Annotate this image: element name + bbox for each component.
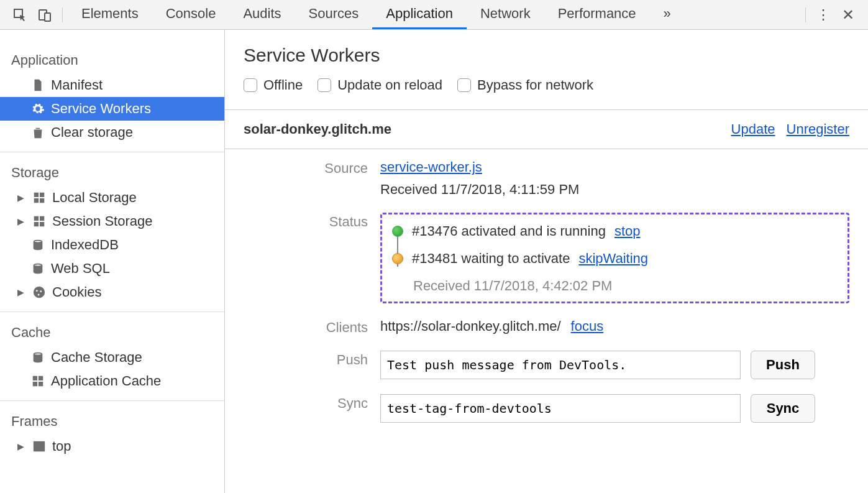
- unregister-link[interactable]: Unregister: [787, 121, 849, 137]
- checkbox-update-on-reload[interactable]: Update on reload: [318, 77, 442, 93]
- sidebar-item-label: Session Storage: [52, 213, 152, 229]
- caret-icon: ▶: [17, 193, 26, 203]
- label-clients: Clients: [244, 318, 368, 336]
- sidebar-item-manifest[interactable]: Manifest: [0, 73, 224, 97]
- sidebar-item-label: Service Workers: [51, 101, 151, 117]
- sidebar-item-local-storage[interactable]: ▶ Local Storage: [0, 186, 224, 210]
- sidebar-section-frames: Frames: [0, 408, 224, 435]
- sidebar-item-session-storage[interactable]: ▶ Session Storage: [0, 210, 224, 233]
- database-icon: [31, 351, 45, 364]
- inspect-icon[interactable]: [7, 0, 32, 30]
- tab-network[interactable]: Network: [467, 0, 544, 29]
- main-panel: Service Workers Offline Update on reload…: [225, 30, 868, 493]
- label-source: Source: [244, 159, 368, 177]
- skipwaiting-link[interactable]: skipWaiting: [578, 251, 648, 267]
- status-waiting-received: Received 11/7/2018, 4:42:02 PM: [392, 278, 838, 294]
- file-icon: [31, 78, 45, 92]
- status-waiting-text: #13481 waiting to activate: [412, 251, 570, 267]
- push-button[interactable]: Push: [751, 351, 815, 379]
- label-status: Status: [244, 213, 368, 230]
- checkbox-bypass-for-network[interactable]: Bypass for network: [457, 77, 593, 93]
- close-icon[interactable]: ✕: [836, 0, 861, 30]
- source-link[interactable]: service-worker.js: [380, 159, 849, 175]
- grid-icon: [32, 191, 46, 205]
- cookie-icon: [32, 285, 46, 299]
- checkbox-label: Offline: [263, 77, 303, 93]
- checkbox-icon: [244, 78, 257, 92]
- grid-icon: [32, 214, 46, 228]
- caret-icon: ▶: [17, 216, 26, 226]
- svg-rect-1: [45, 13, 50, 21]
- gear-icon: [31, 102, 45, 116]
- sidebar-item-cookies[interactable]: ▶ Cookies: [0, 280, 224, 304]
- status-dot-waiting-icon: [392, 253, 403, 264]
- received-time: Received 11/7/2018, 4:11:59 PM: [380, 182, 849, 198]
- checkbox-offline[interactable]: Offline: [244, 77, 303, 93]
- tab-elements[interactable]: Elements: [68, 0, 152, 29]
- status-dot-active-icon: [392, 226, 403, 237]
- sidebar-item-top-frame[interactable]: ▶ top: [0, 435, 224, 458]
- checkbox-icon: [318, 78, 331, 92]
- push-input[interactable]: [380, 351, 741, 379]
- database-icon: [31, 238, 45, 252]
- checkbox-icon: [457, 78, 471, 92]
- sidebar-item-cache-storage[interactable]: Cache Storage: [0, 346, 224, 369]
- sidebar-item-label: Cookies: [52, 284, 101, 300]
- sidebar-item-indexeddb[interactable]: IndexedDB: [0, 233, 224, 257]
- sidebar-item-service-workers[interactable]: Service Workers: [0, 97, 224, 121]
- origin-name: solar-donkey.glitch.me: [244, 121, 391, 137]
- sidebar-item-websql[interactable]: Web SQL: [0, 257, 224, 280]
- tabs-overflow[interactable]: »: [650, 0, 685, 29]
- database-icon: [31, 262, 45, 275]
- tab-sources[interactable]: Sources: [295, 0, 373, 29]
- sidebar-item-application-cache[interactable]: Application Cache: [0, 369, 224, 393]
- tab-console[interactable]: Console: [152, 0, 230, 29]
- tab-application[interactable]: Application: [372, 0, 467, 29]
- tab-audits[interactable]: Audits: [229, 0, 295, 29]
- caret-icon: ▶: [17, 441, 26, 451]
- page-title: Service Workers: [244, 45, 849, 66]
- sidebar-section-application: Application: [0, 47, 224, 73]
- checkbox-label: Bypass for network: [477, 77, 593, 93]
- status-active-text: #13476 activated and is running: [412, 223, 606, 239]
- sidebar-item-label: Clear storage: [51, 124, 133, 141]
- trash-icon: [31, 126, 45, 139]
- devtools-tabstrip: Elements Console Audits Sources Applicat…: [0, 0, 868, 30]
- sidebar-item-label: Local Storage: [52, 190, 137, 206]
- caret-icon: ▶: [17, 287, 26, 297]
- update-link[interactable]: Update: [731, 121, 775, 137]
- stop-link[interactable]: stop: [614, 223, 641, 239]
- sidebar-item-label: top: [52, 438, 71, 454]
- sidebar-section-cache: Cache: [0, 320, 224, 346]
- checkbox-label: Update on reload: [337, 77, 442, 93]
- device-toggle-icon[interactable]: [32, 0, 57, 30]
- divider: [62, 7, 63, 22]
- client-url: https://solar-donkey.glitch.me/: [380, 318, 561, 334]
- sync-button[interactable]: Sync: [751, 394, 815, 423]
- sidebar-item-label: IndexedDB: [51, 237, 119, 253]
- sidebar-section-storage: Storage: [0, 160, 224, 186]
- grid-icon: [31, 374, 45, 388]
- status-box: #13476 activated and is running stop #13…: [380, 213, 849, 303]
- label-push: Push: [244, 351, 368, 368]
- kebab-menu-icon[interactable]: ⋮: [811, 0, 836, 30]
- sidebar-item-label: Cache Storage: [51, 349, 142, 366]
- sidebar-item-label: Web SQL: [51, 260, 110, 277]
- frame-icon: [32, 440, 46, 453]
- tab-performance[interactable]: Performance: [544, 0, 650, 29]
- application-sidebar: Application Manifest Service Workers Cle…: [0, 30, 225, 493]
- focus-link[interactable]: focus: [571, 318, 604, 334]
- divider: [805, 7, 806, 22]
- sidebar-item-label: Application Cache: [51, 373, 161, 389]
- sidebar-item-clear-storage[interactable]: Clear storage: [0, 121, 224, 144]
- sidebar-item-label: Manifest: [51, 77, 103, 93]
- panel-tabs: Elements Console Audits Sources Applicat…: [68, 0, 800, 29]
- sync-input[interactable]: [380, 394, 741, 423]
- label-sync: Sync: [244, 394, 368, 412]
